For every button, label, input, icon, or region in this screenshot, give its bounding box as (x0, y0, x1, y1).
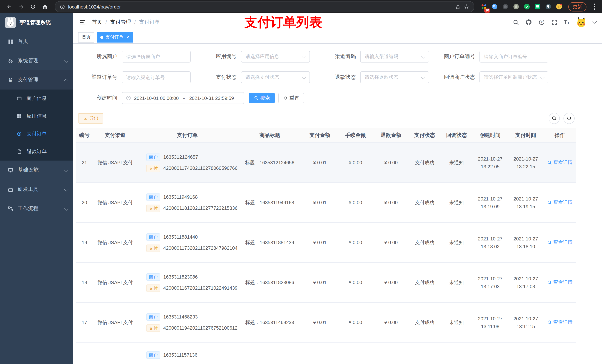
help-button[interactable]: ? (538, 19, 545, 26)
channel-order-no-input[interactable] (122, 71, 191, 83)
sidebar-item-refund-order[interactable]: 退款订单 (0, 143, 73, 161)
table-row[interactable]: 商户 1635311157136 (76, 342, 576, 364)
app-select[interactable]: 请选择应用信息 (241, 51, 310, 62)
table-row[interactable]: 17 微信 JSAPI 支付 商户 1635311468233 支付 42000… (76, 302, 576, 342)
chevron-down-icon (64, 207, 68, 211)
sidebar-toggle-button[interactable] (79, 19, 86, 26)
close-icon[interactable]: × (126, 35, 129, 40)
main-content: 所属商户 应用编号 请选择应用信息 渠道编码 请输入渠道编码 (73, 44, 602, 364)
column-header: 手续金额 (338, 128, 373, 143)
tab-home[interactable]: 首页 (78, 32, 94, 42)
sidebar-item-label: 应用信息 (27, 113, 47, 119)
sidebar-item-infrastructure[interactable]: 基础设施 (0, 161, 73, 180)
toggle-search-button[interactable] (549, 113, 560, 124)
notify-status-select[interactable]: 请选择订单回调商户状态 (479, 71, 548, 83)
chevron-down-icon (64, 187, 68, 192)
blue-extension-icon[interactable] (489, 2, 499, 11)
merchant-input[interactable] (122, 51, 191, 62)
merchant-order-no-input[interactable] (479, 51, 548, 62)
refund-status-select[interactable]: 请选择退款状态 (360, 71, 429, 83)
kebab-menu-icon (593, 3, 595, 10)
sidebar-item-pay-order[interactable]: 支付订单 (0, 125, 73, 143)
reload-button[interactable] (27, 1, 39, 12)
create-time-range-picker[interactable]: 2021-10-01 00:00:00 - 2021-10-31 23:59:5… (122, 92, 244, 104)
chevron-down-icon (421, 54, 425, 59)
avatar[interactable] (576, 17, 587, 28)
search-icon (254, 96, 258, 100)
browser-update-button[interactable]: 更新 (568, 2, 586, 11)
chevron-down-icon[interactable] (592, 20, 597, 24)
create-time-cell: 2021-10-2713:17:03 (473, 262, 508, 302)
view-detail-link[interactable]: 查看详情 (547, 239, 573, 246)
notify-status-cell: 未通知 (441, 183, 473, 222)
share-icon[interactable] (455, 4, 461, 10)
search-button[interactable] (513, 19, 519, 25)
font-size-button[interactable]: TT (564, 19, 570, 25)
yellow-face-extension-icon[interactable] (554, 2, 564, 11)
view-detail-link[interactable]: 查看详情 (547, 159, 573, 166)
sidebar-item-app-info[interactable]: 应用信息 (0, 107, 73, 125)
app-logo: 芋道管理系统 (0, 13, 73, 32)
pay-status-select[interactable]: 请选择支付状态 (241, 71, 310, 83)
forward-button[interactable] (16, 1, 27, 12)
sidebar-item-payment[interactable]: ¥ 支付管理 (0, 70, 73, 90)
table-row[interactable]: 19 微信 JSAPI 支付 商户 1635311881440 支付 42000… (76, 222, 576, 262)
check-extension-icon[interactable] (522, 2, 532, 11)
site-info-icon[interactable] (60, 4, 65, 10)
toolbox-icon (7, 187, 13, 192)
amount-cell: ¥ 0.01 (302, 143, 338, 183)
back-button[interactable] (4, 1, 15, 12)
home-button[interactable] (39, 1, 50, 12)
url-text[interactable]: localhost:1024/pay/order (68, 4, 121, 10)
filter-label: 所属商户 (75, 53, 122, 60)
screen: localhost:1024/pay/order 10 (0, 0, 602, 364)
url-bar[interactable]: localhost:1024/pay/order (55, 1, 474, 12)
merchant-tag: 商户 (146, 233, 160, 241)
sidebar-item-workflow[interactable]: 工作流程 (0, 199, 73, 218)
fullscreen-icon (551, 19, 557, 25)
document-icon (16, 149, 22, 154)
breadcrumb-pay-order: 支付订单 (139, 19, 160, 26)
sidebar-item-merchant-info[interactable]: 商户信息 (0, 90, 73, 107)
breadcrumb-payment[interactable]: 支付管理 (110, 19, 139, 26)
reset-button[interactable]: 重置 (279, 93, 304, 103)
table-row[interactable]: 20 微信 JSAPI 支付 商户 1635311949168 支付 42000… (76, 183, 576, 222)
action-cell: 查看详情 (544, 143, 576, 183)
extensions-grid-icon[interactable]: 10 (479, 2, 489, 11)
sidebar-item-home[interactable]: 首页 (0, 32, 73, 51)
chat-extension-icon[interactable] (532, 2, 542, 11)
fullscreen-button[interactable] (551, 19, 557, 25)
view-detail-link[interactable]: 查看详情 (547, 279, 573, 286)
view-detail-link[interactable]: 查看详情 (547, 319, 573, 326)
table-row[interactable]: 18 微信 JSAPI 支付 商户 1635311823086 支付 42000… (76, 262, 576, 302)
select-placeholder: 请选择应用信息 (246, 53, 279, 60)
column-header: 编号 (76, 128, 93, 143)
table-toolbar: 导出 (73, 113, 602, 124)
tab-pay-order[interactable]: 支付订单 × (97, 32, 133, 42)
chevron-down-icon (421, 75, 425, 80)
channel-cell: 微信 JSAPI 支付 (93, 302, 137, 342)
browser-menu-button[interactable] (590, 3, 598, 10)
github-button[interactable] (525, 19, 532, 26)
refund-cell: ¥ 0.00 (373, 302, 409, 342)
bookmark-star-icon[interactable] (463, 4, 469, 10)
sidebar-item-system[interactable]: 系统管理 (0, 51, 73, 70)
search-button[interactable]: 搜索 (249, 93, 275, 103)
title-cell: 标题：1635311881439 (237, 222, 302, 262)
export-button[interactable]: 导出 (78, 113, 103, 124)
view-detail-link[interactable]: 查看详情 (547, 199, 573, 206)
channel-code-select[interactable]: 请输入渠道编码 (360, 51, 429, 62)
breadcrumb-home[interactable]: 首页 (92, 19, 110, 26)
sidebar-item-dev-tools[interactable]: 研发工具 (0, 180, 73, 199)
table-row[interactable]: 21 微信 JSAPI 支付 商户 1635312124657 支付 42000… (76, 143, 576, 183)
pay-order-cell: 商户 1635311949168 支付 42000011812021102777… (137, 183, 237, 222)
pin-extension-icon[interactable] (543, 2, 553, 11)
app-title: 芋道管理系统 (20, 19, 51, 26)
date-end-value: 2021-10-31 23:59:59 (189, 95, 234, 101)
pay-tag: 支付 (146, 165, 160, 172)
pay-tag: 支付 (146, 284, 160, 292)
filter-merchant-order-no: 商户订单编号 (433, 51, 552, 62)
dark-extension-icon[interactable] (500, 2, 510, 11)
refresh-table-button[interactable] (563, 113, 575, 124)
grey-extension-icon[interactable] (511, 2, 521, 11)
